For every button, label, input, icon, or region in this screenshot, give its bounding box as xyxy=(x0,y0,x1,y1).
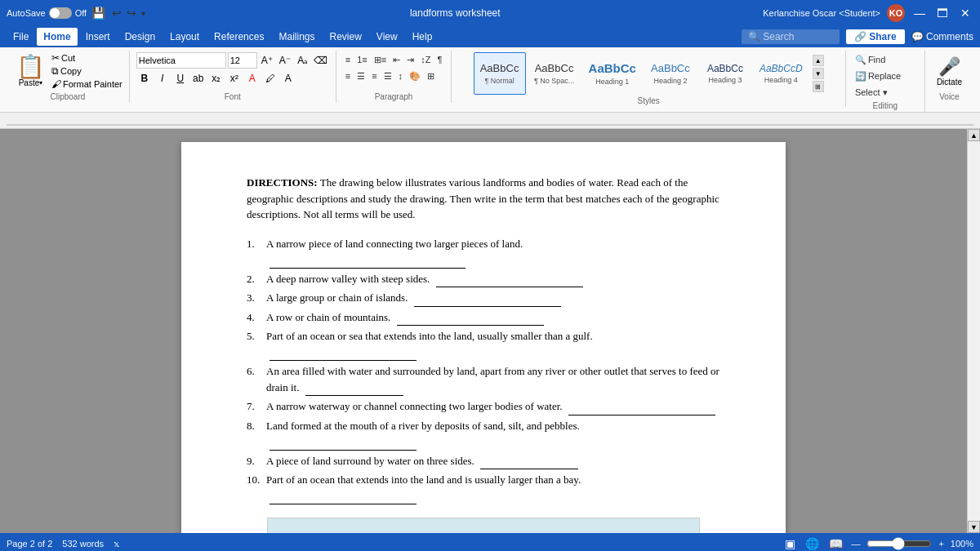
dictate-label: Dictate xyxy=(937,78,962,87)
font-size-input[interactable] xyxy=(228,52,257,69)
find-button[interactable]: 🔍 Find xyxy=(853,52,918,67)
save-icon[interactable]: 💾 xyxy=(91,7,105,20)
style-normal[interactable]: AaBbCc ¶ Normal xyxy=(474,52,526,95)
align-right-button[interactable]: ≡ xyxy=(369,69,379,83)
question-7: 7. A narrow waterway or channel connecti… xyxy=(247,398,720,415)
multilevel-button[interactable]: ⊞≡ xyxy=(372,52,389,67)
menu-review[interactable]: Review xyxy=(323,28,368,46)
comments-button[interactable]: 💬 Comments xyxy=(911,31,973,42)
print-layout-button[interactable]: ▣ xyxy=(783,535,797,551)
menu-mailings[interactable]: Mailings xyxy=(272,28,321,46)
menu-design[interactable]: Design xyxy=(118,28,162,46)
clipboard-label: Clipboard xyxy=(50,92,85,101)
customize-button[interactable]: ▾ xyxy=(140,7,147,20)
align-left-button[interactable]: ≡ xyxy=(343,69,353,83)
clear-format-button[interactable]: ⌫ xyxy=(313,52,329,69)
redo-button[interactable]: ↪ xyxy=(125,5,138,21)
style-nospacing-preview: AaBbCc xyxy=(535,62,574,75)
close-button[interactable]: ✕ xyxy=(957,5,973,21)
paragraph-group: ≡ 1≡ ⊞≡ ⇤ ⇥ ↕Z ¶ ≡ ☰ ≡ ☰ ↕ 🎨 ⊞ xyxy=(336,51,452,103)
maximize-button[interactable]: 🗖 xyxy=(934,5,951,21)
copy-icon: ⧉ xyxy=(51,65,59,77)
underline-button[interactable]: U xyxy=(172,70,189,87)
text-color-button[interactable]: A xyxy=(280,70,296,87)
answer-line-5 xyxy=(270,344,416,362)
menu-help[interactable]: Help xyxy=(406,28,439,46)
title-bar: AutoSave Off 💾 ↩ ↪ ▾ landforms worksheet… xyxy=(0,0,980,26)
autosave-area: AutoSave Off xyxy=(7,7,87,19)
grow-font-button[interactable]: A⁺ xyxy=(259,52,275,69)
menu-home[interactable]: Home xyxy=(37,28,77,46)
font-family-input[interactable] xyxy=(136,52,226,69)
show-hide-button[interactable]: ¶ xyxy=(434,52,444,67)
style-heading2[interactable]: AaBbCc Heading 2 xyxy=(644,52,697,95)
minimize-button[interactable]: — xyxy=(911,5,928,21)
dictate-button[interactable]: 🎤 Dictate xyxy=(932,52,967,90)
word-count: 532 words xyxy=(62,539,104,549)
line-spacing-button[interactable]: ↕ xyxy=(396,69,406,83)
decrease-indent-button[interactable]: ⇤ xyxy=(390,52,403,67)
superscript-button[interactable]: x² xyxy=(226,70,243,87)
document-scroll[interactable]: DIRECTIONS: The drawing below illustrate… xyxy=(0,129,967,533)
find-icon: 🔍 xyxy=(855,55,866,65)
read-mode-button[interactable]: 📖 xyxy=(827,535,844,551)
menu-insert[interactable]: Insert xyxy=(79,28,117,46)
autosave-state: Off xyxy=(75,8,87,18)
bold-button[interactable]: B xyxy=(136,70,153,87)
font-color-button[interactable]: A xyxy=(244,70,261,87)
copy-button[interactable]: ⧉ Copy xyxy=(51,65,122,77)
align-center-button[interactable]: ☰ xyxy=(354,69,368,83)
autosave-toggle[interactable] xyxy=(49,7,72,19)
menu-layout[interactable]: Layout xyxy=(163,28,206,46)
paste-button[interactable]: 📋 Paste▾ xyxy=(13,52,48,90)
questions-section: 1. A narrow piece of land connecting two… xyxy=(247,236,720,505)
numbering-button[interactable]: 1≡ xyxy=(354,52,370,67)
search-input[interactable] xyxy=(742,29,840,44)
shading-button[interactable]: 🎨 xyxy=(407,69,423,83)
bullets-button[interactable]: ≡ xyxy=(343,52,353,67)
right-scrollbar[interactable]: ▲ ▼ xyxy=(967,129,980,533)
style-heading3[interactable]: AaBbCc Heading 3 xyxy=(699,52,751,95)
cut-button[interactable]: ✂ Cut xyxy=(51,52,122,64)
question-8: 8. Land formed at the mouth of a river b… xyxy=(247,418,720,451)
sort-button[interactable]: ↕Z xyxy=(418,52,433,67)
document-page: DIRECTIONS: The drawing below illustrate… xyxy=(181,142,786,533)
format-painter-button[interactable]: 🖌 Format Painter xyxy=(51,78,122,90)
replace-button[interactable]: 🔄 Replace xyxy=(853,69,918,83)
styles-down-button[interactable]: ▼ xyxy=(813,68,824,79)
style-heading1[interactable]: AaBbCc Heading 1 xyxy=(583,52,642,95)
change-case-button[interactable]: Aₐ xyxy=(295,52,311,69)
justify-button[interactable]: ☰ xyxy=(381,69,394,83)
highlight-button[interactable]: 🖊 xyxy=(262,70,278,87)
title-bar-left: AutoSave Off 💾 ↩ ↪ ▾ xyxy=(7,5,147,21)
answer-line-9 xyxy=(480,453,578,470)
cut-icon: ✂ xyxy=(51,52,60,64)
style-heading4[interactable]: AaBbCcD Heading 4 xyxy=(754,52,808,95)
styles-more-button[interactable]: ⊞ xyxy=(813,81,824,92)
zoom-slider[interactable] xyxy=(866,537,932,550)
increase-indent-button[interactable]: ⇥ xyxy=(404,52,416,67)
style-no-spacing[interactable]: AaBbCc ¶ No Spac... xyxy=(528,52,581,95)
scroll-up-button[interactable]: ▲ xyxy=(968,129,980,141)
style-normal-preview: AaBbCc xyxy=(480,62,519,75)
title-bar-right: Kerlanchise Oscar <Student> KO — 🗖 ✕ xyxy=(763,4,973,22)
undo-button[interactable]: ↩ xyxy=(110,5,123,21)
menu-bar: File Home Insert Design Layout Reference… xyxy=(0,26,980,47)
subscript-button[interactable]: x₂ xyxy=(208,70,225,87)
web-view-button[interactable]: 🌐 xyxy=(804,535,821,551)
menu-view[interactable]: View xyxy=(370,28,404,46)
status-left: Page 2 of 2 532 words 𝕩 xyxy=(7,539,119,549)
borders-button[interactable]: ⊞ xyxy=(425,69,437,83)
menu-references[interactable]: References xyxy=(207,28,270,46)
italic-button[interactable]: I xyxy=(154,70,171,87)
menu-file[interactable]: File xyxy=(7,28,35,46)
strikethrough-button[interactable]: ab xyxy=(190,70,207,87)
shrink-font-button[interactable]: A⁻ xyxy=(277,52,293,69)
voice-group: 🎤 Dictate Voice xyxy=(925,51,973,103)
scroll-down-button[interactable]: ▼ xyxy=(968,521,980,533)
styles-up-button[interactable]: ▲ xyxy=(813,55,824,66)
select-button[interactable]: Select ▾ xyxy=(853,85,918,100)
style-heading2-label: Heading 2 xyxy=(653,77,687,85)
share-button[interactable]: 🔗 Share xyxy=(846,29,905,44)
style-heading3-label: Heading 3 xyxy=(708,76,742,84)
